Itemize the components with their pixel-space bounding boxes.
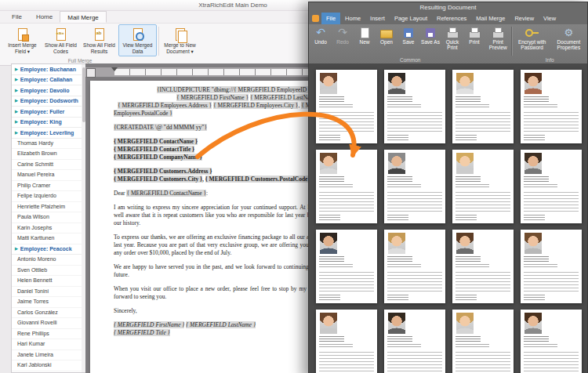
new-button[interactable]: New [354,25,376,56]
thumb-signature-lines [387,135,408,140]
page-thumbnail[interactable] [384,70,445,143]
employee-contact-row[interactable]: Manuel Pereira [12,170,85,181]
employee-group-davolio[interactable]: ▶Employee: Davolio [12,85,85,96]
thumb-address-lines [524,184,557,189]
employee-contact-row[interactable]: Sven Ottlieb [12,266,85,277]
employee-contact-row[interactable]: Daniel Tonini [12,287,85,298]
employee-group-buchanan[interactable]: ▶Employee: Buchanan [12,64,85,75]
thumb-body-lines [387,352,442,372]
thumb-address-lines [319,104,353,109]
page-thumbnail[interactable] [521,70,582,143]
resulting-tab-page-layout[interactable]: Page Layout [390,13,432,24]
employee-contact-row[interactable]: Felipe Izquierdo [12,191,85,202]
tab-home[interactable]: Home [29,11,60,23]
employee-group-leverling[interactable]: ▶Employee: Leverling [12,128,85,139]
employee-contact-row[interactable]: Karl Jablonski [12,360,85,371]
page-thumbnail[interactable] [384,150,445,223]
thumb-body-lines [387,112,442,132]
employee-contact-row[interactable]: Thomas Hardy [12,139,85,150]
page-thumbnail[interactable] [521,150,582,223]
redo-button[interactable]: Redo [332,25,354,56]
document-properties-label: Document Properties [553,39,585,50]
employee-contact-row[interactable]: Henriette Pfalzheim [12,202,85,213]
view-merged-data-icon [131,27,145,42]
tab-file[interactable]: File [5,11,29,23]
portrait-photo [456,313,474,334]
employee-contact-row[interactable]: Helen Bennett [12,276,85,287]
save-as-button[interactable]: Save As [419,25,441,56]
page-thumbnail[interactable] [521,310,582,373]
thumb-address-lines [456,344,489,349]
show-all-field-codes-button[interactable]: Show All Field Codes [42,24,80,56]
resulting-tab-file[interactable]: File [321,13,340,24]
thumb-signature-lines [319,215,340,220]
merge-field: { MERGEFIELD FirstName } [114,321,184,328]
page-thumbnail[interactable] [316,70,377,143]
employee-contact-row[interactable]: Rene Phillips [12,329,85,340]
indent-marker[interactable] [111,67,118,71]
thumb-body-lines [524,352,579,372]
page-thumbnail[interactable] [316,310,377,373]
page-thumbnail[interactable] [384,310,445,373]
employee-contact-row[interactable]: Paula Wilson [12,212,85,223]
employee-contact-row[interactable]: Carine Schmitt [12,160,85,171]
employee-group-fuller[interactable]: ▶Employee: Fuller [12,107,85,118]
employee-contact-row[interactable]: Elizabeth Brown [12,149,85,160]
employee-group-dodsworth[interactable]: ▶Employee: Dodsworth [12,96,85,107]
page-thumbnail[interactable] [384,230,445,303]
page-thumbnail[interactable] [316,230,377,303]
undo-button[interactable]: Undo [310,25,332,56]
thumb-body-lines [524,112,579,132]
page-thumbnail[interactable] [316,150,377,223]
page-thumbnail[interactable] [521,230,582,303]
open-button[interactable]: Open [376,25,397,56]
tab-mail-merge[interactable]: Mail Merge [60,11,107,23]
resulting-tab-references[interactable]: References [432,13,471,24]
thumb-heading-lines [319,176,344,183]
page-thumbnail[interactable] [452,150,514,223]
print-button[interactable]: Print [463,25,485,56]
thumb-signature-lines [319,135,340,140]
quick-print-button[interactable]: Quick Print [441,25,463,56]
document-properties-button[interactable]: Document Properties [551,25,586,56]
employee-contact-row[interactable]: Carlos González [12,308,85,319]
employee-group-king[interactable]: ▶Employee: King [12,118,85,129]
encrypt-with-password-button[interactable]: Encrypt with Password [513,25,550,56]
print-preview-button[interactable]: Print Preview [485,25,510,56]
app-menu-icon[interactable] [312,15,319,22]
employee-contact-row[interactable]: Philip Cramer [12,181,85,192]
resulting-tab-review[interactable]: Review [510,13,539,24]
tab-selector-icon[interactable] [86,68,96,78]
resulting-tab-view[interactable]: View [539,13,561,24]
merge-to-new-document-button[interactable]: Merge to New Document ▾ [161,24,199,56]
show-all-field-results-button[interactable]: Show All Field Results [80,24,118,56]
save-label: Save [403,39,415,45]
employee-contact-row[interactable]: Karin Josephs [12,223,85,234]
page-thumbnail[interactable] [452,70,514,143]
employee-group-label: Employee: Fuller [20,109,64,114]
employee-contact-row[interactable]: Janete Limeira [12,350,85,361]
employee-contact-row[interactable]: Antonio Moreno [12,255,85,266]
page-thumbnail[interactable] [452,310,514,373]
insert-merge-field-button[interactable]: Insert Merge Field ▾ [3,24,42,56]
employee-group-callahan[interactable]: ▶Employee: Callahan [12,75,85,86]
undo-label: Undo [314,39,327,45]
chevron-icon: ▶ [15,110,18,114]
employee-contact-row[interactable]: Matti Karttunen [12,234,85,244]
doc-text: Sincerely, [114,307,137,314]
resulting-tab-home[interactable]: Home [340,13,365,24]
view-merged-data-button[interactable]: View Merged Data [118,24,157,56]
print-label: Print [469,39,479,45]
employee-contact-row[interactable]: Giovanni Rovelli [12,318,85,329]
resulting-tab-mail-merge[interactable]: Mail Merge [471,13,510,24]
merge-field: { MERGEFIELD Customers.Address } [114,168,212,175]
employee-contact-row[interactable]: Hari Kumar [12,339,85,350]
thumb-body-lines [319,112,374,132]
scrollbar-thumb[interactable] [82,67,85,122]
save-button[interactable]: Save [397,25,419,56]
resulting-tab-insert[interactable]: Insert [365,13,390,24]
employee-contact-row[interactable]: Jaime Torres [12,297,85,308]
employee-group-peacock[interactable]: ▶Employee: Peacock [12,244,85,255]
merge-field: { MERGEFIELD Customers.PostalCode } [205,176,312,183]
page-thumbnail[interactable] [452,230,514,303]
